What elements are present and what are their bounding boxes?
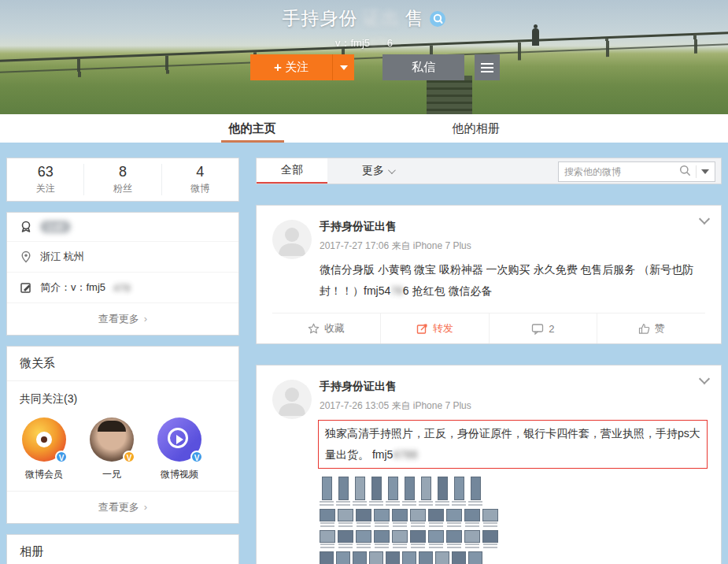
attachment-thumb-row xyxy=(320,530,508,549)
verified-v-icon: V xyxy=(123,451,135,463)
chevron-right-icon: › xyxy=(144,501,147,513)
post-text-red-annotation: 独家高清手持照片，正反，身份证原件，银行卡四件套，营业执照，手持ps大量出货。 … xyxy=(318,420,708,469)
mutual-user-name: 微博视频 xyxy=(155,468,204,481)
caret-down-icon xyxy=(340,65,348,70)
posts-label: 微博 xyxy=(162,182,238,195)
more-label: 查看更多 xyxy=(98,501,139,513)
post-text-censored: 78 xyxy=(390,284,403,297)
tab-his-homepage[interactable]: 他的主页 xyxy=(224,114,281,143)
star-icon xyxy=(308,323,320,335)
feed-column: 全部 更多 手持身份证出售 2017-7-27 17:06 xyxy=(256,158,722,564)
mutual-follow-list: V 微博会员 V 一兄 V xyxy=(20,417,226,481)
repost-button[interactable]: 转发 xyxy=(380,314,489,343)
post-author-avatar[interactable] xyxy=(272,220,312,259)
user-photo-avatar: V xyxy=(90,417,134,462)
attachment-thumb-row xyxy=(320,477,508,506)
post-timestamp[interactable]: 2017-7-26 13:05 来自 iPhone 7 Plus xyxy=(320,399,705,413)
more-tab-label: 更多 xyxy=(362,164,384,178)
more-menu-button[interactable] xyxy=(475,54,500,80)
feed-tab-more[interactable]: 更多 xyxy=(362,158,394,184)
weibo-video-avatar: V xyxy=(157,417,201,462)
hamburger-icon xyxy=(481,63,493,65)
post-2: 手持身份证出售 2017-7-26 13:05 来自 iPhone 7 Plus… xyxy=(256,365,722,564)
direct-message-button[interactable]: 私信 xyxy=(382,54,464,80)
post-author-name[interactable]: 手持身份证出售 xyxy=(320,380,705,394)
search-dropdown-icon[interactable] xyxy=(701,169,709,174)
chevron-right-icon: › xyxy=(144,313,147,325)
feed-tab-bar: 全部 更多 xyxy=(256,158,722,184)
profile-cover-photo: 手持身份证出售 v：fmj54786 + 关注 私信 xyxy=(0,0,728,114)
thumb-up-icon xyxy=(638,323,650,335)
plus-icon: + xyxy=(274,60,282,76)
profile-info-card: Lv0 浙江 杭州 简介：v：fmj5478 查看更多› xyxy=(6,212,239,336)
like-label: 赞 xyxy=(655,321,665,336)
chevron-down-icon xyxy=(388,166,396,174)
mutual-user-weibo-video[interactable]: V 微博视频 xyxy=(155,417,204,481)
follow-button[interactable]: + 关注 xyxy=(250,54,332,80)
post-action-bar: 收藏 转发 2 赞 xyxy=(272,313,705,343)
following-count: 63 xyxy=(7,164,83,180)
level-row: Lv0 xyxy=(7,213,238,242)
post-author-name[interactable]: 手持身份证出售 xyxy=(320,220,705,234)
search-separator xyxy=(696,165,697,178)
edit-note-icon xyxy=(20,281,32,294)
post-text-censored: 4788 xyxy=(393,448,417,461)
attachment-thumb-row xyxy=(320,551,508,564)
signature-censored: 478 xyxy=(370,37,387,49)
mutual-user-name: 微博会员 xyxy=(20,468,68,481)
location-text: 浙江 杭州 xyxy=(40,250,84,264)
repost-label: 转发 xyxy=(433,321,453,336)
mutual-user-name: 一兄 xyxy=(87,468,136,481)
tab-his-album[interactable]: 他的相册 xyxy=(448,114,504,143)
profile-name-tail: 售 xyxy=(405,6,424,31)
post-timestamp[interactable]: 2017-7-27 17:06 来自 iPhone 7 Plus xyxy=(320,239,705,253)
mutual-user-yixiong[interactable]: V 一兄 xyxy=(87,417,136,481)
intro-censored: 478 xyxy=(113,282,131,294)
relations-card: 微关系 共同关注(3) V 微博会员 V xyxy=(6,346,239,524)
level-badge: Lv0 xyxy=(40,221,71,233)
signature-tail: 6 xyxy=(387,37,393,49)
like-button[interactable]: 赞 xyxy=(597,314,705,343)
favorite-label: 收藏 xyxy=(324,321,345,336)
intro-text: 简介：v：fmj5 xyxy=(40,280,105,295)
followers-label: 粉丝 xyxy=(84,182,161,195)
location-row: 浙江 杭州 xyxy=(7,242,238,273)
stat-posts[interactable]: 4 微博 xyxy=(161,164,238,195)
play-icon xyxy=(176,435,183,444)
post-attached-image[interactable]: 微博 xyxy=(320,477,508,564)
relations-more-link[interactable]: 查看更多› xyxy=(7,491,238,523)
profile-name-text: 手持身份 xyxy=(283,6,358,31)
verified-v-icon: V xyxy=(55,451,68,463)
search-input[interactable] xyxy=(564,166,679,177)
more-label: 查看更多 xyxy=(98,313,139,325)
feed-tab-all[interactable]: 全部 xyxy=(257,158,327,184)
repost-icon xyxy=(416,323,428,335)
search-icon[interactable] xyxy=(679,165,691,180)
profile-more-link[interactable]: 查看更多› xyxy=(7,303,238,335)
stats-card: 63 关注 8 粉丝 4 微博 xyxy=(6,158,239,202)
relations-title: 微关系 xyxy=(7,347,238,381)
medal-icon xyxy=(20,221,32,233)
post-body: 手持身份证出售 2017-7-26 13:05 来自 iPhone 7 Plus… xyxy=(320,380,705,564)
album-card: 相册 xyxy=(6,534,239,564)
attachment-thumb-row xyxy=(320,509,508,528)
follow-button-label: 关注 xyxy=(285,60,309,75)
location-pin-icon xyxy=(20,250,32,263)
mutual-user-weibo-member[interactable]: V 微博会员 xyxy=(20,417,68,481)
favorite-button[interactable]: 收藏 xyxy=(272,314,380,343)
signature-text: v：fmj5 xyxy=(335,37,370,49)
intro-row: 简介：v：fmj5478 xyxy=(7,273,238,303)
daren-badge-icon xyxy=(429,10,446,28)
weibo-profile-page: 手持身份证出售 v：fmj54786 + 关注 私信 他的主页 他的相册 xyxy=(0,0,728,564)
mutual-follow-title: 共同关注(3) xyxy=(20,392,226,406)
left-sidebar: 63 关注 8 粉丝 4 微博 Lv0 xyxy=(6,158,239,564)
comment-button[interactable]: 2 xyxy=(489,314,597,343)
post-author-avatar[interactable] xyxy=(272,380,312,419)
stat-followers[interactable]: 8 粉丝 xyxy=(83,164,161,195)
stat-following[interactable]: 63 关注 xyxy=(7,164,83,195)
post-text: 微信分身版 小黄鸭 微宝 吸粉神器 一次购买 永久免费 包售后服务 （新号也防封… xyxy=(320,259,702,302)
profile-action-buttons: + 关注 私信 xyxy=(250,54,500,80)
profile-signature: v：fmj54786 xyxy=(0,36,728,50)
relations-body: 共同关注(3) V 微博会员 V 一兄 xyxy=(7,381,238,491)
follow-dropdown-button[interactable] xyxy=(332,54,354,80)
